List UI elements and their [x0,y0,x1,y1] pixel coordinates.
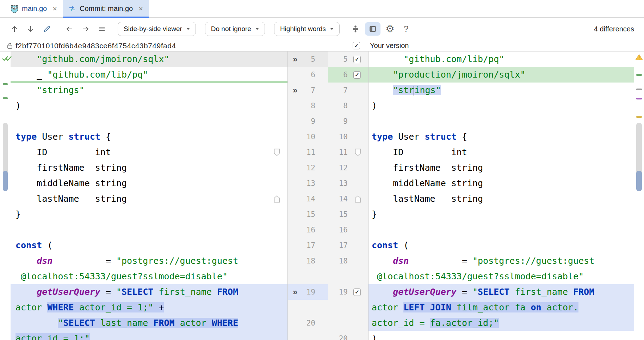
right-code-line[interactable]: ) [369,331,634,340]
left-code-line[interactable]: } [11,207,287,222]
fold-region-marker-icon[interactable] [355,195,361,203]
right-code-line[interactable]: middleName string [369,176,634,191]
left-scrollbar-range[interactable] [3,171,8,191]
compare-header: f2bf7701010fd6b4e9483ce6f4754c43b749fad4… [0,40,644,51]
tab-main-go[interactable]: main.go × [5,0,63,17]
left-code-line[interactable]: ID int [11,145,287,160]
line-number: 13 [328,176,348,191]
left-code-line[interactable]: getUserQuery = "SELECT first_name FROM [11,284,287,300]
left-code-line[interactable]: "strings" [11,83,287,98]
change-stripe-marker[interactable] [636,89,642,90]
right-code-line[interactable]: @localhost:54333/guest?sslmode=disable" [369,269,634,284]
fold-region-marker-icon[interactable] [274,148,280,156]
change-stripe-marker[interactable] [3,83,8,85]
left-code-line[interactable] [11,222,287,238]
right-code-line[interactable]: ) [369,98,634,114]
line-number: 18 [328,253,348,269]
right-code-line[interactable]: } [369,207,634,222]
next-difference-button[interactable] [24,22,37,36]
code-token: User [37,132,68,142]
highlight-policy-dropdown[interactable]: Highlight words [274,22,340,36]
viewer-mode-label: Side-by-side viewer [124,25,182,33]
include-change-checkbox[interactable]: ✓ [353,289,361,296]
gutter-right-cell: 10 [328,129,369,145]
right-code-line[interactable] [369,222,634,238]
gutter-right-cell: 9 [328,114,369,129]
left-code-line[interactable]: "github.com/jmoiron/sqlx" [11,51,287,67]
line-number: 19 [328,284,348,300]
previous-difference-button[interactable] [8,22,21,36]
code-token: film_actor fa [451,302,531,312]
right-code-line[interactable]: firstName string [369,160,634,176]
right-code-line[interactable]: const ( [369,238,634,253]
change-stripe-marker[interactable] [636,116,642,118]
right-code-line[interactable]: _ "github.com/lib/pq" [369,51,634,67]
close-tab-icon[interactable]: × [52,5,57,13]
edit-source-button[interactable] [40,22,54,36]
settings-gear-button[interactable]: ⚙ [383,22,397,36]
synchronized-side-panel-button[interactable] [365,22,380,36]
line-number: 5 [303,51,328,67]
include-change-checkbox[interactable]: ✓ [353,56,361,63]
right-scrollbar-range[interactable] [636,171,642,191]
gutter-left-cell: 9 [287,114,328,129]
right-code-line[interactable]: getUserQuery = "SELECT first_name FROM [369,284,634,300]
split-panel-icon [369,25,377,33]
viewer-mode-dropdown[interactable]: Side-by-side viewer [118,22,196,36]
left-code-line[interactable]: lastName string [11,191,287,207]
left-code-line[interactable] [11,114,287,129]
diff-row: middleName string1313 middleName string [11,176,634,191]
left-code-line[interactable]: const ( [11,238,287,253]
left-code-line[interactable]: ) [11,98,287,114]
left-code-line[interactable]: dsn = "postgres://guest:guest [11,253,287,269]
code-token: actor_id = [372,318,430,328]
code-token [372,271,377,281]
help-button[interactable]: ? [400,22,413,36]
left-code-line[interactable]: firstName string [11,160,287,176]
right-code-line[interactable]: "strings" [369,83,634,98]
change-stripe-marker[interactable] [3,97,8,99]
include-change-checkbox[interactable]: ✓ [353,71,361,79]
fold-region-marker-icon[interactable] [355,148,361,156]
right-code-line[interactable]: type User struct { [369,129,634,145]
warning-stripe-icon[interactable] [635,54,643,61]
left-code-line[interactable]: middleName string [11,176,287,191]
right-code-line[interactable]: actor LEFT JOIN film_actor fa on actor. [369,300,634,315]
navigate-back-button[interactable] [63,22,76,36]
chevron-down-icon [255,28,259,30]
include-all-changes-checkbox[interactable]: ✓ [353,42,360,49]
right-code-line[interactable]: dsn = "postgres://guest:guest [369,253,634,269]
compare-options-button[interactable] [95,22,109,36]
code-token: dsn [37,256,52,266]
left-code-line[interactable]: actor WHERE actor_id = 1;" + [11,300,287,315]
apply-change-chevron-icon[interactable]: » [293,284,303,300]
change-stripe-marker[interactable] [636,74,642,76]
ignore-policy-dropdown[interactable]: Do not ignore [205,22,265,36]
right-code-line[interactable]: lastName string [369,191,634,207]
navigate-forward-button[interactable] [79,22,92,36]
code-token: ) [372,333,377,340]
change-stripe-marker[interactable] [636,98,642,99]
apply-change-chevron-icon[interactable]: » [293,83,303,98]
apply-change-chevron-icon[interactable]: » [293,51,303,67]
right-code-line[interactable]: "production/jmoiron/sqlx" [369,67,634,83]
left-code-line[interactable]: _ "github.com/lib/pq" [11,67,287,83]
right-scroll-strip [634,51,644,340]
right-code-line[interactable] [369,114,634,129]
collapse-icon [351,25,360,33]
collapse-unchanged-button[interactable] [349,22,362,36]
right-code-line[interactable]: actor_id = fa.actor_id;" [369,315,634,331]
left-code-line[interactable]: type User struct { [11,129,287,145]
line-number: 9 [303,114,328,129]
right-code-line[interactable]: ID int [369,145,634,160]
line-number: 7 [328,83,348,98]
left-code-line[interactable]: "SELECT last_name FROM actor WHERE [11,315,287,331]
tab-commit-main-go[interactable]: Commit: main.go × [63,0,149,17]
left-code-line[interactable]: @localhost:54333/guest?sslmode=disable" [11,269,287,284]
code-token [16,85,37,95]
fold-region-marker-icon[interactable] [274,195,280,203]
left-code-line[interactable]: actor_id = 1;" [11,331,287,340]
close-tab-icon[interactable]: × [138,5,143,13]
line-number: 14 [303,191,328,207]
gutter-left-cell [287,300,328,315]
